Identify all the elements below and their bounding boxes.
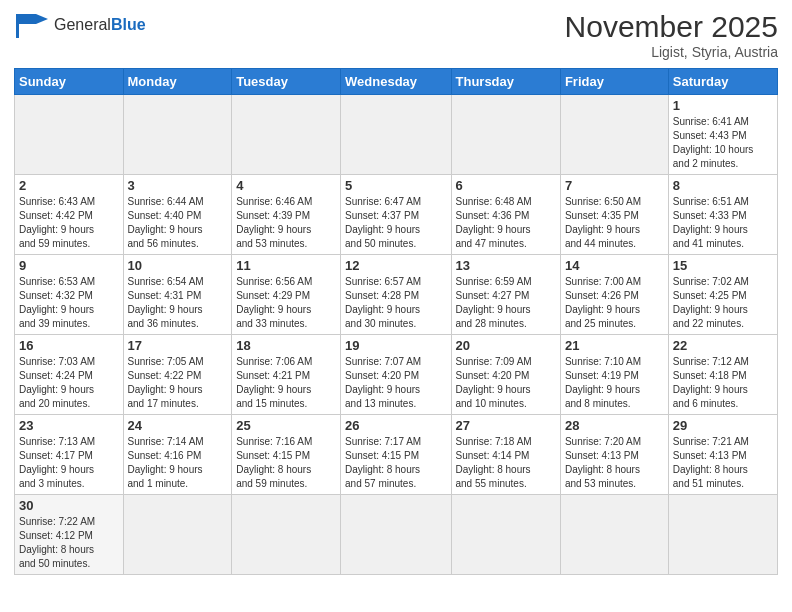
calendar-cell <box>123 495 232 575</box>
day-info: Sunrise: 7:06 AM Sunset: 4:21 PM Dayligh… <box>236 355 336 411</box>
calendar-cell <box>341 495 451 575</box>
day-info: Sunrise: 7:03 AM Sunset: 4:24 PM Dayligh… <box>19 355 119 411</box>
calendar-cell <box>15 95 124 175</box>
calendar-cell <box>668 495 777 575</box>
day-number: 11 <box>236 258 336 273</box>
col-friday: Friday <box>560 69 668 95</box>
calendar-cell: 4Sunrise: 6:46 AM Sunset: 4:39 PM Daylig… <box>232 175 341 255</box>
calendar-cell: 26Sunrise: 7:17 AM Sunset: 4:15 PM Dayli… <box>341 415 451 495</box>
day-number: 3 <box>128 178 228 193</box>
calendar-cell: 5Sunrise: 6:47 AM Sunset: 4:37 PM Daylig… <box>341 175 451 255</box>
calendar-cell <box>560 495 668 575</box>
calendar-cell: 13Sunrise: 6:59 AM Sunset: 4:27 PM Dayli… <box>451 255 560 335</box>
day-info: Sunrise: 7:17 AM Sunset: 4:15 PM Dayligh… <box>345 435 446 491</box>
day-info: Sunrise: 6:50 AM Sunset: 4:35 PM Dayligh… <box>565 195 664 251</box>
day-info: Sunrise: 6:43 AM Sunset: 4:42 PM Dayligh… <box>19 195 119 251</box>
day-number: 26 <box>345 418 446 433</box>
calendar-cell <box>451 495 560 575</box>
day-number: 27 <box>456 418 556 433</box>
day-number: 29 <box>673 418 773 433</box>
calendar-cell: 28Sunrise: 7:20 AM Sunset: 4:13 PM Dayli… <box>560 415 668 495</box>
day-number: 4 <box>236 178 336 193</box>
day-info: Sunrise: 6:47 AM Sunset: 4:37 PM Dayligh… <box>345 195 446 251</box>
calendar-cell <box>232 95 341 175</box>
svg-marker-1 <box>36 14 48 24</box>
col-monday: Monday <box>123 69 232 95</box>
calendar-cell: 18Sunrise: 7:06 AM Sunset: 4:21 PM Dayli… <box>232 335 341 415</box>
calendar-cell: 30Sunrise: 7:22 AM Sunset: 4:12 PM Dayli… <box>15 495 124 575</box>
day-info: Sunrise: 7:02 AM Sunset: 4:25 PM Dayligh… <box>673 275 773 331</box>
location: Ligist, Styria, Austria <box>565 44 778 60</box>
col-thursday: Thursday <box>451 69 560 95</box>
general-blue-logo-icon <box>14 10 50 40</box>
page-header: GeneralBlue November 2025 Ligist, Styria… <box>14 10 778 60</box>
day-number: 1 <box>673 98 773 113</box>
calendar-cell: 24Sunrise: 7:14 AM Sunset: 4:16 PM Dayli… <box>123 415 232 495</box>
calendar-cell: 15Sunrise: 7:02 AM Sunset: 4:25 PM Dayli… <box>668 255 777 335</box>
day-info: Sunrise: 7:20 AM Sunset: 4:13 PM Dayligh… <box>565 435 664 491</box>
day-number: 23 <box>19 418 119 433</box>
day-info: Sunrise: 6:57 AM Sunset: 4:28 PM Dayligh… <box>345 275 446 331</box>
day-number: 6 <box>456 178 556 193</box>
day-number: 21 <box>565 338 664 353</box>
day-number: 18 <box>236 338 336 353</box>
day-info: Sunrise: 6:44 AM Sunset: 4:40 PM Dayligh… <box>128 195 228 251</box>
calendar-header-row: Sunday Monday Tuesday Wednesday Thursday… <box>15 69 778 95</box>
calendar-cell: 9Sunrise: 6:53 AM Sunset: 4:32 PM Daylig… <box>15 255 124 335</box>
day-info: Sunrise: 7:16 AM Sunset: 4:15 PM Dayligh… <box>236 435 336 491</box>
day-info: Sunrise: 6:48 AM Sunset: 4:36 PM Dayligh… <box>456 195 556 251</box>
calendar-cell <box>341 95 451 175</box>
day-info: Sunrise: 7:18 AM Sunset: 4:14 PM Dayligh… <box>456 435 556 491</box>
day-number: 30 <box>19 498 119 513</box>
calendar-cell <box>451 95 560 175</box>
day-number: 25 <box>236 418 336 433</box>
calendar-cell: 3Sunrise: 6:44 AM Sunset: 4:40 PM Daylig… <box>123 175 232 255</box>
day-info: Sunrise: 7:21 AM Sunset: 4:13 PM Dayligh… <box>673 435 773 491</box>
calendar-cell <box>232 495 341 575</box>
calendar-cell: 17Sunrise: 7:05 AM Sunset: 4:22 PM Dayli… <box>123 335 232 415</box>
day-info: Sunrise: 6:56 AM Sunset: 4:29 PM Dayligh… <box>236 275 336 331</box>
title-block: November 2025 Ligist, Styria, Austria <box>565 10 778 60</box>
day-info: Sunrise: 6:46 AM Sunset: 4:39 PM Dayligh… <box>236 195 336 251</box>
calendar-cell: 8Sunrise: 6:51 AM Sunset: 4:33 PM Daylig… <box>668 175 777 255</box>
calendar-cell <box>123 95 232 175</box>
col-sunday: Sunday <box>15 69 124 95</box>
day-number: 13 <box>456 258 556 273</box>
calendar-cell <box>560 95 668 175</box>
col-saturday: Saturday <box>668 69 777 95</box>
day-number: 22 <box>673 338 773 353</box>
col-wednesday: Wednesday <box>341 69 451 95</box>
calendar-cell: 27Sunrise: 7:18 AM Sunset: 4:14 PM Dayli… <box>451 415 560 495</box>
day-number: 7 <box>565 178 664 193</box>
col-tuesday: Tuesday <box>232 69 341 95</box>
day-number: 8 <box>673 178 773 193</box>
calendar-cell: 1Sunrise: 6:41 AM Sunset: 4:43 PM Daylig… <box>668 95 777 175</box>
day-info: Sunrise: 7:12 AM Sunset: 4:18 PM Dayligh… <box>673 355 773 411</box>
calendar-cell: 7Sunrise: 6:50 AM Sunset: 4:35 PM Daylig… <box>560 175 668 255</box>
day-number: 12 <box>345 258 446 273</box>
calendar-cell: 10Sunrise: 6:54 AM Sunset: 4:31 PM Dayli… <box>123 255 232 335</box>
day-info: Sunrise: 6:54 AM Sunset: 4:31 PM Dayligh… <box>128 275 228 331</box>
day-info: Sunrise: 7:13 AM Sunset: 4:17 PM Dayligh… <box>19 435 119 491</box>
calendar-cell: 22Sunrise: 7:12 AM Sunset: 4:18 PM Dayli… <box>668 335 777 415</box>
day-info: Sunrise: 6:41 AM Sunset: 4:43 PM Dayligh… <box>673 115 773 171</box>
day-number: 24 <box>128 418 228 433</box>
day-info: Sunrise: 6:59 AM Sunset: 4:27 PM Dayligh… <box>456 275 556 331</box>
day-info: Sunrise: 7:14 AM Sunset: 4:16 PM Dayligh… <box>128 435 228 491</box>
svg-rect-2 <box>16 24 19 38</box>
day-info: Sunrise: 7:10 AM Sunset: 4:19 PM Dayligh… <box>565 355 664 411</box>
day-info: Sunrise: 7:22 AM Sunset: 4:12 PM Dayligh… <box>19 515 119 571</box>
logo: GeneralBlue <box>14 10 146 40</box>
calendar-cell: 12Sunrise: 6:57 AM Sunset: 4:28 PM Dayli… <box>341 255 451 335</box>
day-number: 20 <box>456 338 556 353</box>
calendar-cell: 20Sunrise: 7:09 AM Sunset: 4:20 PM Dayli… <box>451 335 560 415</box>
month-title: November 2025 <box>565 10 778 44</box>
day-number: 19 <box>345 338 446 353</box>
logo-text: GeneralBlue <box>54 16 146 34</box>
day-number: 10 <box>128 258 228 273</box>
day-number: 14 <box>565 258 664 273</box>
day-number: 5 <box>345 178 446 193</box>
calendar-cell: 2Sunrise: 6:43 AM Sunset: 4:42 PM Daylig… <box>15 175 124 255</box>
calendar-cell: 25Sunrise: 7:16 AM Sunset: 4:15 PM Dayli… <box>232 415 341 495</box>
day-number: 2 <box>19 178 119 193</box>
